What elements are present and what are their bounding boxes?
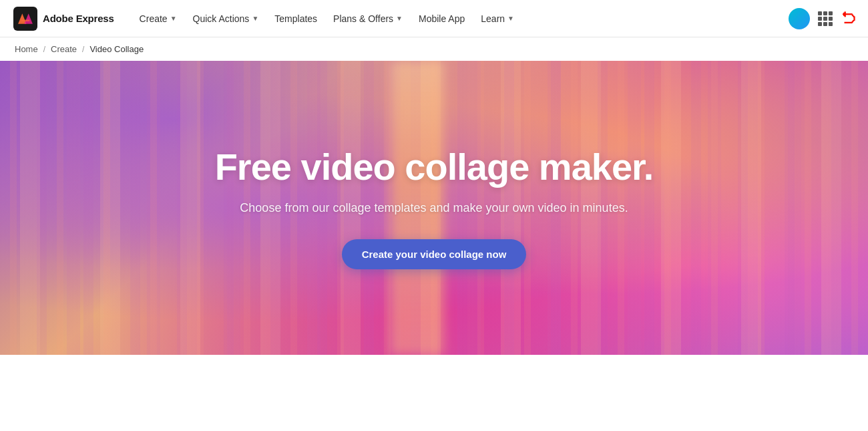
logo-link[interactable]: Adobe Express (13, 7, 114, 31)
apps-grid-icon[interactable] (818, 11, 833, 26)
hero-title: Free video collage maker. (215, 146, 654, 188)
learn-chevron-icon: ▼ (507, 15, 514, 22)
svg-rect-3 (21, 19, 29, 21)
nav-templates[interactable]: Templates (268, 9, 324, 28)
breadcrumb-create[interactable]: Create (51, 44, 77, 54)
nav-plans-offers[interactable]: Plans & Offers ▼ (327, 9, 409, 28)
nav-mobile-app[interactable]: Mobile App (412, 9, 471, 28)
nav-create[interactable]: Create ▼ (133, 9, 184, 28)
hero-subtitle: Choose from our collage templates and ma… (215, 201, 654, 215)
nav-links: Create ▼ Quick Actions ▼ Templates Plans… (133, 9, 789, 28)
create-chevron-icon: ▼ (170, 15, 177, 22)
logo-icon (13, 7, 37, 31)
breadcrumb-sep-1: / (43, 45, 45, 54)
quick-actions-chevron-icon: ▼ (252, 15, 258, 22)
breadcrumb-sep-2: / (82, 45, 84, 54)
logo-text: Adobe Express (43, 13, 114, 24)
bottom-section (0, 355, 868, 431)
plans-chevron-icon: ▼ (396, 15, 403, 22)
navigation: Adobe Express Create ▼ Quick Actions ▼ T… (0, 0, 868, 37)
avatar[interactable] (789, 8, 810, 29)
nav-right: ⮌ (789, 8, 855, 29)
hero-section: Free video collage maker. Choose from ou… (0, 61, 868, 355)
adobe-logo-icon[interactable]: ⮌ (841, 10, 855, 27)
hero-content: Free video collage maker. Choose from ou… (202, 146, 667, 269)
breadcrumb-home[interactable]: Home (15, 44, 38, 54)
breadcrumb-current: Video Collage (89, 44, 144, 54)
nav-quick-actions[interactable]: Quick Actions ▼ (186, 9, 266, 28)
breadcrumb: Home / Create / Video Collage (0, 37, 868, 61)
nav-learn[interactable]: Learn ▼ (474, 9, 521, 28)
hero-cta-button[interactable]: Create your video collage now (342, 239, 527, 269)
svg-rect-0 (16, 9, 35, 28)
